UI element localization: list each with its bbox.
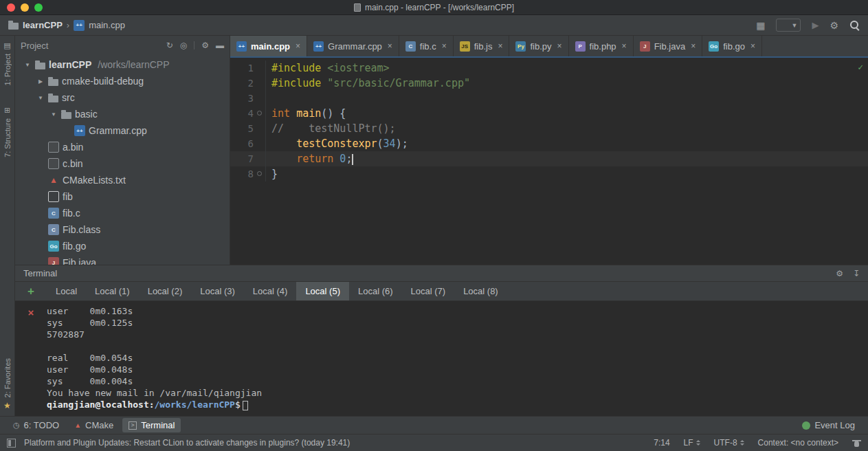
tab-close-icon[interactable]: × bbox=[296, 41, 300, 51]
minimize-panel-icon[interactable]: ↧ bbox=[853, 269, 860, 278]
terminal-tab-local-2[interactable]: Local (2) bbox=[139, 282, 192, 300]
expand-arrow-icon[interactable]: ▶ bbox=[36, 78, 45, 85]
terminal-tab-label: Local (2) bbox=[148, 286, 183, 296]
hide-panel-icon[interactable]: ▬ bbox=[216, 41, 224, 50]
terminal-output[interactable]: user 0m0.163ssys 0m0.125s5702887real 0m0… bbox=[47, 301, 868, 416]
code-line-3[interactable]: 3 bbox=[230, 91, 868, 106]
terminal-tab-local-5[interactable]: Local (5) bbox=[296, 282, 349, 300]
code-line-8[interactable]: 8} bbox=[230, 166, 868, 182]
fold-dot-icon[interactable] bbox=[257, 111, 262, 116]
collapse-arrow-icon[interactable]: ▼ bbox=[49, 111, 58, 118]
code-token: "src/basic/Grammar.cpp" bbox=[327, 77, 470, 89]
code-line-4[interactable]: 4int main() { bbox=[230, 106, 868, 121]
editor-tab-main-cpp[interactable]: ++main.cpp× bbox=[230, 36, 307, 56]
tab-close-icon[interactable]: × bbox=[750, 41, 755, 51]
close-window-button[interactable] bbox=[7, 3, 15, 12]
tree-item-fib-class[interactable]: CFib.class bbox=[15, 221, 230, 238]
encoding-selector[interactable]: UTF-8 bbox=[714, 438, 744, 448]
editor-tab-fib-js[interactable]: JSfib.js× bbox=[454, 36, 510, 56]
tree-item-fib-java[interactable]: JFib.java bbox=[15, 254, 230, 265]
js-file-icon: JS bbox=[460, 41, 470, 52]
run-icon[interactable]: ▶ bbox=[812, 21, 819, 30]
terminal-settings-gear-icon[interactable]: ⚙ bbox=[836, 269, 843, 278]
breadcrumb-item-learncpp[interactable]: learnCPP bbox=[8, 20, 63, 30]
tree-item-grammar-cpp[interactable]: ++Grammar.cpp bbox=[15, 122, 230, 139]
tab-close-icon[interactable]: × bbox=[557, 41, 562, 51]
new-terminal-session-icon[interactable]: + bbox=[27, 285, 34, 298]
tool-windows-icon[interactable]: ▦ bbox=[756, 21, 765, 30]
line-separator-selector[interactable]: LF bbox=[684, 438, 700, 448]
bottom-toolbar-right: Event Log bbox=[796, 418, 861, 432]
code-line-5[interactable]: 5// testNullPtr(); bbox=[230, 121, 868, 136]
tool-stripe-structure[interactable]: ⊞ 7: Structure bbox=[3, 106, 12, 157]
tool-window-switcher-icon[interactable] bbox=[7, 439, 16, 448]
terminal-tab-local[interactable]: Local bbox=[47, 282, 86, 300]
tab-label: Grammar.cpp bbox=[328, 41, 382, 52]
terminal-tab-local-3[interactable]: Local (3) bbox=[191, 282, 244, 300]
code-line-7[interactable]: 7 return 0; bbox=[230, 151, 868, 166]
tool-button-6-todo[interactable]: ◷6: TODO bbox=[7, 418, 65, 432]
inspector-hector-icon[interactable] bbox=[852, 439, 861, 447]
terminal-tab-local-4[interactable]: Local (4) bbox=[244, 282, 297, 300]
tab-close-icon[interactable]: × bbox=[442, 41, 447, 51]
sync-icon[interactable]: ↻ bbox=[166, 41, 173, 50]
zoom-window-button[interactable] bbox=[34, 3, 43, 12]
editor-tab-fib-c[interactable]: Cfib.c× bbox=[399, 36, 454, 56]
code-line-6[interactable]: 6 testConstexpr(34); bbox=[230, 136, 868, 151]
close-session-icon[interactable]: × bbox=[28, 307, 34, 318]
tree-item-src[interactable]: ▼src bbox=[15, 89, 230, 106]
terminal-tab-local-1[interactable]: Local (1) bbox=[86, 282, 139, 300]
terminal-tab-local-8[interactable]: Local (8) bbox=[454, 282, 507, 300]
tree-item-fib[interactable]: fib bbox=[15, 188, 230, 205]
editor-tab-fib-go[interactable]: Gofib.go× bbox=[702, 36, 762, 56]
tab-close-icon[interactable]: × bbox=[498, 41, 502, 51]
terminal-tab-label: Local (4) bbox=[253, 286, 288, 296]
settings-gear-icon[interactable]: ⚙ bbox=[830, 21, 838, 30]
tree-item-basic[interactable]: ▼basic bbox=[15, 106, 230, 122]
panel-settings-gear-icon[interactable]: ⚙ bbox=[201, 41, 209, 50]
tool-button-event-log[interactable]: Event Log bbox=[796, 418, 861, 432]
tree-item-cmakelists-txt[interactable]: ▲CMakeLists.txt bbox=[15, 172, 230, 188]
breadcrumb-item-main-cpp[interactable]: ++main.cpp bbox=[74, 20, 125, 31]
caret-position[interactable]: 7:14 bbox=[654, 438, 669, 448]
tool-button-label: Event Log bbox=[814, 420, 855, 430]
code-line-1[interactable]: 1#include <iostream> bbox=[230, 60, 868, 76]
tree-item-cmake-build-debug[interactable]: ▶cmake-build-debug bbox=[15, 73, 230, 89]
search-icon[interactable] bbox=[849, 20, 860, 30]
tree-item-a-bin[interactable]: a.bin bbox=[15, 139, 230, 155]
tab-close-icon[interactable]: × bbox=[622, 41, 627, 51]
editor-tab-grammar-cpp[interactable]: ++Grammar.cpp× bbox=[307, 36, 399, 56]
terminal-tab-local-6[interactable]: Local (6) bbox=[349, 282, 402, 300]
inspection-ok-icon[interactable]: ✓ bbox=[858, 62, 863, 72]
tab-close-icon[interactable]: × bbox=[691, 41, 695, 51]
code-text: // testNullPtr(); bbox=[266, 121, 396, 136]
context-indicator[interactable]: Context: <no context> bbox=[758, 438, 838, 448]
tool-button-terminal[interactable]: >Terminal bbox=[122, 418, 181, 432]
code-editor[interactable]: 1#include <iostream>2#include "src/basic… bbox=[230, 58, 868, 265]
terminal-header: Terminal ⚙ ↧ bbox=[15, 265, 868, 282]
tool-stripe-favorites[interactable]: 2: Favorites ★ bbox=[3, 358, 12, 410]
tab-close-icon[interactable]: × bbox=[388, 41, 392, 51]
tree-item-label: CMakeLists.txt bbox=[63, 175, 126, 186]
fold-column bbox=[254, 136, 266, 151]
tree-item-learncpp[interactable]: ▼learnCPP/works/learnCPP bbox=[15, 56, 230, 73]
status-message[interactable]: Platform and Plugin Updates: Restart CLi… bbox=[24, 438, 350, 448]
tree-item-c-bin[interactable]: c.bin bbox=[15, 155, 230, 172]
code-line-2[interactable]: 2#include "src/basic/Grammar.cpp" bbox=[230, 76, 868, 91]
tool-button-cmake[interactable]: ▲CMake bbox=[68, 418, 120, 432]
text-caret bbox=[352, 154, 353, 165]
collapse-arrow-icon[interactable]: ▼ bbox=[23, 62, 32, 68]
minimize-window-button[interactable] bbox=[21, 3, 29, 12]
editor-tab-fib-java[interactable]: JFib.java× bbox=[634, 36, 703, 56]
editor-tab-fib-php[interactable]: Pfib.php× bbox=[569, 36, 634, 56]
tree-item-fib-c[interactable]: Cfib.c bbox=[15, 205, 230, 221]
tool-stripe-project[interactable]: ▤ 1: Project bbox=[3, 41, 12, 85]
plain-file-icon bbox=[48, 191, 59, 202]
fold-dot-icon[interactable] bbox=[257, 171, 262, 176]
tree-item-fib-go[interactable]: Gofib.go bbox=[15, 238, 230, 254]
locate-file-icon[interactable]: ◎ bbox=[180, 41, 187, 50]
terminal-tab-local-7[interactable]: Local (7) bbox=[402, 282, 455, 300]
run-configuration-dropdown[interactable]: ▼ bbox=[776, 19, 801, 32]
collapse-arrow-icon[interactable]: ▼ bbox=[36, 95, 45, 101]
editor-tab-fib-py[interactable]: Pyfib.py× bbox=[509, 36, 568, 56]
